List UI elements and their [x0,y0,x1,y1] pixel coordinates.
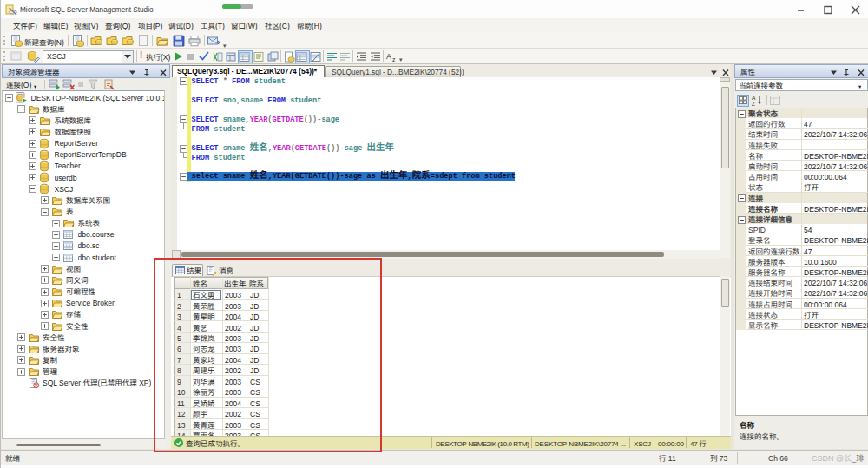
svg-text:Z: Z [752,101,755,107]
svg-text:A: A [386,52,391,61]
svg-text:z: z [392,56,396,63]
